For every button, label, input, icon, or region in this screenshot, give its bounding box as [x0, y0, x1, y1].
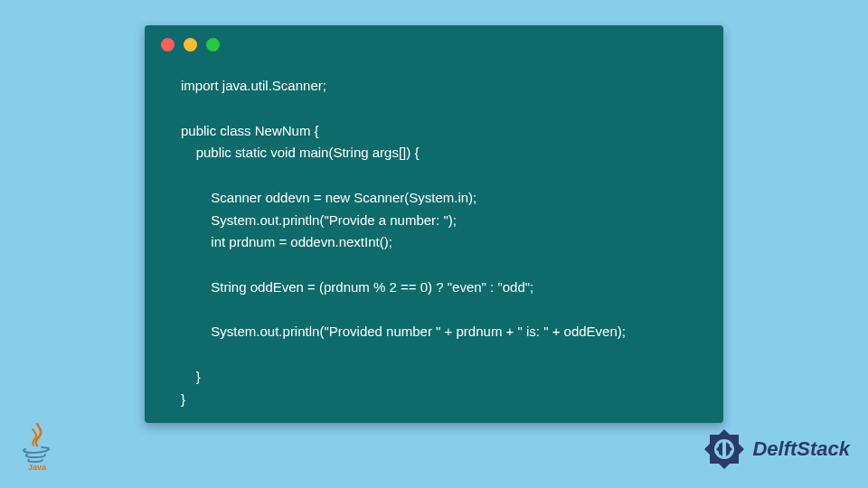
- window-close-dot: [161, 38, 175, 52]
- code-content: import java.util.Scanner; public class N…: [145, 59, 723, 428]
- delftstack-text: DelftStack: [752, 437, 850, 461]
- code-window: import java.util.Scanner; public class N…: [145, 25, 723, 423]
- java-logo-text: Java: [28, 463, 47, 472]
- window-controls: [145, 25, 723, 59]
- window-maximize-dot: [206, 38, 220, 52]
- delftstack-icon: [702, 427, 747, 472]
- window-minimize-dot: [184, 38, 197, 52]
- java-icon: Java: [18, 422, 56, 472]
- delftstack-logo: DelftStack: [702, 427, 850, 472]
- java-logo: Java: [18, 422, 56, 472]
